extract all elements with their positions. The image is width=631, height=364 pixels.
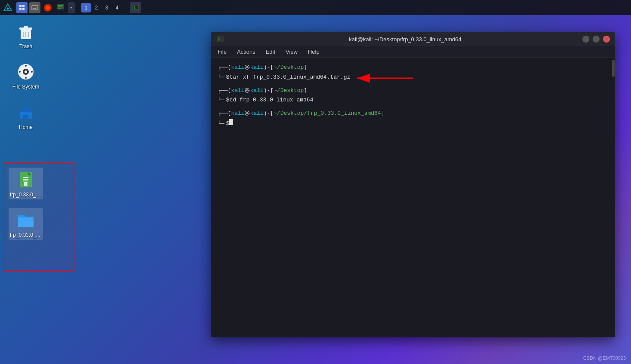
close-button[interactable]: ✕ bbox=[603, 36, 610, 43]
workspace-2[interactable]: 2 bbox=[92, 3, 101, 12]
taskbar-icon-2[interactable] bbox=[29, 2, 40, 13]
svg-point-1 bbox=[7, 7, 9, 9]
terminal-line-1: ┌──(kali㉿kali)-[~/Desktop] bbox=[218, 63, 608, 72]
terminal-menu: File Actions Edit View Help bbox=[211, 46, 615, 58]
terminal-controls: ✕ bbox=[582, 36, 610, 43]
svg-rect-6 bbox=[32, 6, 38, 10]
taskbar-divider-1 bbox=[78, 3, 78, 12]
menu-actions[interactable]: Actions bbox=[235, 48, 257, 56]
workspace-switcher: 1 2 3 4 bbox=[81, 3, 122, 12]
workspace-4[interactable]: 4 bbox=[112, 3, 122, 12]
maximize-button[interactable] bbox=[593, 36, 600, 43]
svg-rect-20 bbox=[24, 26, 28, 28]
workspace-3[interactable]: 3 bbox=[102, 3, 111, 12]
terminal-scrollbar[interactable] bbox=[612, 58, 615, 337]
taskbar-icon-3[interactable] bbox=[42, 2, 53, 13]
terminal-title: kali@kali: ~/Desktop/frp_0.33.0_linux_am… bbox=[228, 36, 582, 43]
desktop: 1 2 3 4 $_ bbox=[0, 0, 631, 364]
svg-rect-3 bbox=[22, 5, 25, 7]
svg-rect-38 bbox=[23, 180, 28, 181]
svg-rect-7 bbox=[33, 7, 37, 7]
svg-text:zip: zip bbox=[25, 183, 30, 186]
minimize-button[interactable] bbox=[582, 36, 589, 43]
svg-text:$_: $_ bbox=[133, 6, 138, 10]
terminal-line-3: ┌──(kali㉿kali)-[~/Desktop/frp_0.33.0_lin… bbox=[218, 109, 608, 118]
menu-edit[interactable]: Edit bbox=[264, 48, 277, 56]
taskbar-icon-1[interactable] bbox=[16, 2, 28, 13]
svg-rect-19 bbox=[19, 28, 32, 30]
filesystem-label: File System bbox=[12, 84, 40, 90]
desktop-icon-home[interactable]: Home bbox=[9, 100, 43, 132]
svg-text:$: $ bbox=[218, 37, 220, 41]
selected-desktop-icons: zip frp_0.33.0_.... frp_0.33.0_.... bbox=[9, 168, 43, 240]
svg-marker-32 bbox=[19, 106, 33, 112]
desktop-icon-frp-folder[interactable]: frp_0.33.0_.... bbox=[9, 208, 43, 240]
home-icon bbox=[15, 102, 36, 122]
menu-file[interactable]: File bbox=[216, 48, 228, 56]
svg-rect-4 bbox=[19, 8, 22, 10]
taskbar-dropdown[interactable] bbox=[68, 2, 75, 13]
trash-label: Trash bbox=[19, 43, 32, 49]
kali-logo[interactable] bbox=[3, 3, 13, 13]
terminal-line-2-cmd: └─$ cd frp_0.33.0_linux_amd64 bbox=[218, 96, 608, 105]
menu-view[interactable]: View bbox=[284, 48, 299, 56]
terminal-titlebar: $ kali@kali: ~/Desktop/frp_0.33.0_linux_… bbox=[211, 32, 615, 46]
svg-point-26 bbox=[25, 70, 27, 73]
terminal-content[interactable]: ┌──(kali㉿kali)-[~/Desktop] └─$ tar xf fr… bbox=[211, 58, 615, 337]
frp-folder-icon bbox=[15, 210, 36, 230]
home-label: Home bbox=[19, 124, 33, 130]
svg-rect-2 bbox=[19, 5, 22, 7]
terminal-window: $ kali@kali: ~/Desktop/frp_0.33.0_linux_… bbox=[211, 32, 615, 337]
frp-archive-label: frp_0.33.0_.... bbox=[10, 192, 42, 198]
taskbar-terminal[interactable]: $_ bbox=[130, 2, 141, 13]
taskbar-icon-4[interactable] bbox=[55, 2, 66, 13]
desktop-icons-column: Trash File System bbox=[9, 19, 43, 132]
svg-rect-41 bbox=[18, 217, 34, 227]
terminal-title-icon: $ bbox=[216, 35, 225, 43]
svg-rect-5 bbox=[22, 8, 25, 10]
svg-point-29 bbox=[19, 71, 21, 73]
trash-icon bbox=[15, 21, 36, 42]
taskbar-divider-2 bbox=[125, 3, 125, 12]
svg-point-28 bbox=[25, 77, 27, 79]
svg-marker-0 bbox=[4, 4, 12, 11]
svg-rect-8 bbox=[33, 8, 36, 9]
filesystem-icon bbox=[15, 61, 36, 82]
svg-point-27 bbox=[25, 65, 27, 67]
workspace-1[interactable]: 1 bbox=[81, 3, 91, 12]
svg-point-30 bbox=[31, 71, 33, 73]
frp-archive-icon: zip bbox=[15, 169, 36, 190]
svg-rect-37 bbox=[23, 179, 28, 180]
svg-marker-15 bbox=[70, 7, 73, 9]
desktop-icon-trash[interactable]: Trash bbox=[9, 19, 43, 51]
desktop-icon-filesystem[interactable]: File System bbox=[9, 60, 43, 92]
terminal-line-1-cmd: └─$ tar xf frp_0.33.0_linux_amd64.tar.gz bbox=[218, 73, 608, 82]
terminal-line-2: ┌──(kali㉿kali)-[~/Desktop] bbox=[218, 86, 608, 95]
desktop-icon-frp-archive[interactable]: zip frp_0.33.0_.... bbox=[9, 168, 43, 199]
svg-point-10 bbox=[46, 6, 50, 10]
bottom-watermark: CSDN @EMT00923 bbox=[583, 355, 626, 361]
frp-folder-label: frp_0.33.0_.... bbox=[10, 232, 42, 238]
svg-rect-36 bbox=[23, 177, 28, 178]
terminal-line-3-cmd: └─$ bbox=[218, 119, 608, 128]
menu-help[interactable]: Help bbox=[306, 48, 321, 56]
taskbar: 1 2 3 4 $_ bbox=[0, 0, 631, 15]
svg-rect-33 bbox=[24, 115, 28, 119]
